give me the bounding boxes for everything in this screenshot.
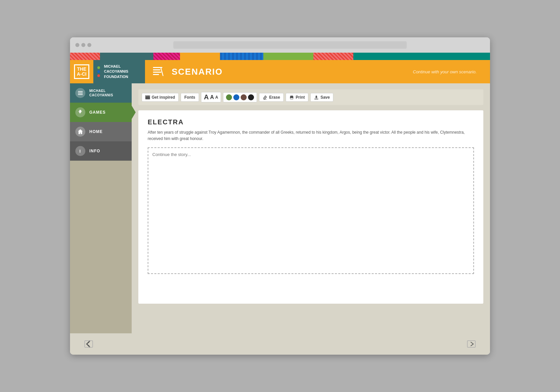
strip-red-diagonal bbox=[70, 53, 100, 60]
browser-dot-yellow bbox=[81, 43, 85, 47]
app-header: THE A-CI MICHAEL CACOYANNIS FOUNDATION bbox=[70, 60, 490, 83]
font-size-large-button[interactable]: A bbox=[204, 93, 209, 101]
browser-dot-red bbox=[75, 43, 79, 47]
svg-rect-17 bbox=[290, 98, 293, 99]
browser-dots bbox=[75, 43, 91, 47]
svg-rect-5 bbox=[78, 91, 83, 92]
fonts-label: Fonts bbox=[184, 95, 195, 100]
color-brown[interactable] bbox=[241, 94, 247, 100]
strip-orange bbox=[180, 53, 220, 60]
sidebar-item-info[interactable]: i INFO bbox=[70, 141, 132, 161]
bottom-nav bbox=[70, 333, 490, 355]
svg-rect-0 bbox=[153, 67, 162, 68]
sidebar: MICHAEL CACOYANNIS GAMES bbox=[70, 83, 132, 333]
print-button[interactable]: Print bbox=[286, 93, 308, 102]
app-container: THE A-CI MICHAEL CACOYANNIS FOUNDATION bbox=[70, 53, 490, 355]
font-size-medium-button[interactable]: A bbox=[210, 94, 214, 100]
puzzle-icon bbox=[75, 107, 85, 117]
story-paragraph: After ten years of struggle against Troy… bbox=[148, 129, 474, 142]
forward-arrow[interactable] bbox=[466, 339, 477, 349]
sidebar-label-games: GAMES bbox=[89, 110, 106, 115]
svg-rect-9 bbox=[145, 96, 150, 99]
list-icon bbox=[75, 88, 85, 98]
back-arrow[interactable] bbox=[83, 339, 94, 349]
sidebar-label-info: INFO bbox=[89, 149, 100, 153]
color-blue[interactable] bbox=[233, 94, 239, 100]
story-textarea[interactable] bbox=[148, 147, 474, 274]
browser-dot-green bbox=[87, 43, 91, 47]
color-group bbox=[223, 92, 257, 102]
svg-rect-2 bbox=[153, 72, 161, 73]
fonts-button[interactable]: Fonts bbox=[181, 93, 199, 102]
erase-button[interactable]: Erase bbox=[259, 93, 284, 102]
color-green[interactable] bbox=[226, 94, 232, 100]
story-title: ELECTRA bbox=[148, 118, 474, 126]
font-size-small-button[interactable]: A bbox=[215, 95, 218, 100]
strip-red-diagonal2 bbox=[313, 53, 353, 60]
sidebar-label-michael: MICHAEL CACOYANNIS bbox=[89, 89, 126, 97]
get-inspired-label: Get inspired bbox=[152, 95, 175, 100]
color-black[interactable] bbox=[248, 94, 254, 100]
strip-green bbox=[263, 53, 313, 60]
save-button[interactable]: Save bbox=[310, 93, 333, 102]
svg-rect-3 bbox=[153, 74, 159, 75]
home-icon bbox=[75, 127, 85, 137]
save-icon bbox=[314, 95, 319, 100]
erase-icon bbox=[263, 95, 267, 100]
main-layout: MICHAEL CACOYANNIS GAMES bbox=[70, 83, 490, 333]
erase-label: Erase bbox=[269, 95, 280, 100]
content-area: Get inspired Fonts A A A bbox=[132, 83, 490, 333]
browser-chrome bbox=[70, 37, 490, 53]
toolbar: Get inspired Fonts A A A bbox=[138, 89, 483, 105]
svg-rect-1 bbox=[153, 69, 160, 70]
svg-text:i: i bbox=[79, 149, 81, 154]
svg-rect-6 bbox=[78, 93, 83, 93]
sidebar-item-home[interactable]: HOME bbox=[70, 122, 132, 141]
svg-rect-18 bbox=[314, 99, 318, 99]
foundation-name: MICHAEL CACOYANNIS FOUNDATION bbox=[104, 64, 141, 79]
color-strip bbox=[70, 53, 490, 60]
strip-teal2 bbox=[353, 53, 490, 60]
get-inspired-button[interactable]: Get inspired bbox=[142, 93, 179, 102]
foundation-dots bbox=[97, 66, 100, 77]
info-icon: i bbox=[75, 146, 85, 156]
scenario-icon-block bbox=[148, 60, 168, 83]
sidebar-rest bbox=[70, 161, 132, 333]
print-icon bbox=[289, 95, 294, 100]
browser-window: THE A-CI MICHAEL CACOYANNIS FOUNDATION bbox=[70, 37, 490, 355]
page-title: SCENARIO bbox=[172, 67, 223, 77]
browser-address-bar[interactable] bbox=[173, 41, 407, 49]
svg-rect-7 bbox=[78, 94, 83, 95]
header-subtitle: Continue with your own scenario. bbox=[413, 69, 477, 74]
print-label: Print bbox=[296, 95, 305, 100]
story-panel: ELECTRA After ten years of struggle agai… bbox=[138, 110, 483, 304]
font-size-group: A A A bbox=[201, 92, 221, 102]
save-label: Save bbox=[320, 95, 330, 100]
svg-rect-21 bbox=[467, 341, 475, 347]
strip-blue-stripes bbox=[220, 53, 263, 60]
svg-rect-16 bbox=[290, 96, 293, 96]
sidebar-item-games[interactable]: GAMES bbox=[70, 103, 132, 122]
sidebar-item-michael[interactable]: MICHAEL CACOYANNIS bbox=[70, 83, 132, 103]
sidebar-label-home: HOME bbox=[89, 129, 103, 134]
strip-pink-diagonal bbox=[153, 53, 180, 60]
clapperboard-icon bbox=[145, 95, 150, 100]
strip-teal bbox=[100, 53, 153, 60]
